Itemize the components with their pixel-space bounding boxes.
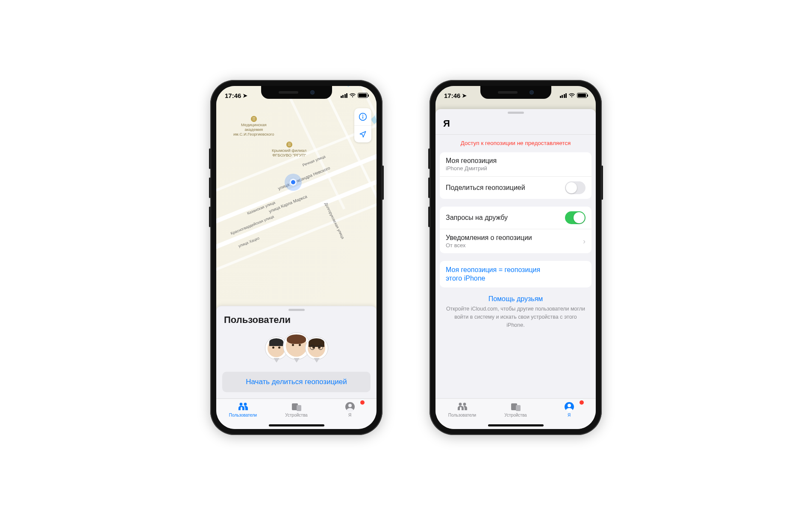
map-view[interactable]: ☰ Медицинская академия им.С.И.Георгиевск…: [216, 86, 377, 311]
sheet-grabber[interactable]: [288, 309, 305, 311]
start-sharing-button[interactable]: Начать делиться геопозицией: [222, 372, 371, 392]
status-time: 17:46: [444, 92, 460, 99]
tab-label: Я: [348, 413, 351, 417]
notch: [261, 86, 332, 99]
settings-group-requests: Запросы на дружбу Уведомления о геопозиц…: [440, 207, 591, 253]
poi-icon: ☰: [286, 142, 292, 148]
people-sheet[interactable]: Пользователи Начать делиться геопозицией: [216, 306, 377, 398]
map-locate-button[interactable]: [354, 125, 371, 142]
sheet-title: Пользователи: [216, 314, 377, 330]
home-indicator[interactable]: [269, 424, 324, 426]
settings-group-location: Моя геопозиция iPhone Дмитрий Поделиться…: [440, 152, 591, 199]
sheet-grabber[interactable]: [508, 112, 524, 114]
me-sheet[interactable]: Я Доступ к геопозиции не предоставляется…: [435, 109, 596, 398]
devices-icon: [489, 401, 542, 412]
sheet-title: Я: [435, 117, 596, 134]
location-arrow-icon: ➤: [243, 92, 247, 99]
phone-left: 17:46 ➤ ☰ Медицинская академия им.С.И.Ге…: [210, 80, 382, 435]
row-set-this-iphone[interactable]: Моя геопозиция = геопозиция этого iPhone: [440, 261, 591, 287]
person-icon: [542, 401, 596, 412]
friend-requests-toggle[interactable]: [565, 211, 585, 224]
svg-point-1: [362, 115, 363, 115]
map-controls: [354, 108, 371, 142]
current-location-dot[interactable]: [285, 174, 302, 191]
poi-icon: ☰: [251, 116, 257, 122]
tab-me[interactable]: Я: [542, 401, 596, 417]
svg-point-4: [244, 403, 247, 406]
tab-people[interactable]: Пользователи: [435, 401, 489, 417]
help-friends-desc: Откройте iCloud.com, чтобы другие пользо…: [446, 306, 585, 328]
settings-group-link: Моя геопозиция = геопозиция этого iPhone: [440, 261, 591, 287]
people-icon: [435, 401, 489, 412]
wifi-icon: [568, 93, 575, 98]
share-location-toggle[interactable]: [565, 181, 585, 194]
battery-icon: [358, 93, 368, 98]
help-friends-block: Помощь друзьям Откройте iCloud.com, чтоб…: [435, 295, 596, 329]
svg-point-14: [568, 404, 571, 407]
status-time: 17:46: [225, 92, 241, 99]
tab-devices[interactable]: Устройства: [270, 401, 323, 417]
notification-badge: [580, 400, 584, 405]
people-icon: [216, 401, 270, 412]
svg-point-8: [348, 404, 352, 407]
row-my-location[interactable]: Моя геопозиция iPhone Дмитрий: [440, 152, 591, 176]
tab-label: Пользователи: [448, 413, 476, 417]
row-title: Запросы на дружбу: [446, 214, 508, 222]
chevron-right-icon: ›: [583, 237, 585, 246]
location-warning: Доступ к геопозиции не предоставляется: [435, 138, 596, 152]
tab-label: Я: [568, 413, 571, 417]
notch: [480, 86, 551, 99]
tab-me[interactable]: Я: [323, 401, 377, 417]
location-arrow-icon: ➤: [462, 92, 467, 99]
screen-left: 17:46 ➤ ☰ Медицинская академия им.С.И.Ге…: [216, 86, 377, 429]
tab-people[interactable]: Пользователи: [216, 401, 270, 417]
row-title: Уведомления о геопозиции: [446, 234, 532, 242]
wifi-icon: [349, 93, 356, 98]
map-poi-rgup[interactable]: ☰ Крымский филиал ФГБОУВО "РГУП": [272, 142, 306, 158]
tab-label: Пользователи: [229, 413, 257, 417]
svg-point-10: [463, 403, 466, 406]
avatar-pin[interactable]: [305, 337, 328, 360]
svg-point-3: [239, 403, 242, 406]
svg-point-9: [459, 403, 462, 406]
tab-devices[interactable]: Устройства: [489, 401, 542, 417]
row-title: Поделиться геопозицией: [446, 184, 525, 192]
svg-rect-12: [516, 405, 521, 411]
tab-label: Устройства: [285, 413, 307, 417]
row-location-notifications[interactable]: Уведомления о геопозиции От всех ›: [440, 229, 591, 253]
notification-badge: [360, 400, 365, 405]
memoji-avatars: [216, 330, 377, 367]
devices-icon: [270, 401, 323, 412]
poi-label: Медицинская академия им.С.И.Георгиевског…: [233, 122, 274, 136]
svg-rect-2: [362, 116, 363, 119]
svg-rect-6: [297, 405, 301, 411]
home-indicator[interactable]: [488, 424, 544, 426]
battery-icon: [577, 93, 587, 98]
row-friend-requests: Запросы на дружбу: [440, 207, 591, 229]
map-info-button[interactable]: [354, 108, 371, 125]
row-subtitle: От всех: [446, 242, 532, 249]
cell-signal-icon: [560, 93, 567, 98]
help-friends-link[interactable]: Помощь друзьям: [446, 295, 585, 303]
cell-signal-icon: [341, 93, 348, 98]
row-title: Моя геопозиция: [446, 157, 497, 165]
phone-right: 17:46 ➤ Я Доступ к геопозиции не предост…: [430, 80, 602, 435]
person-icon: [323, 401, 377, 412]
row-share-location: Поделиться геопозицией: [440, 176, 591, 199]
row-title: Моя геопозиция = геопозиция этого iPhone: [446, 266, 557, 283]
row-subtitle: iPhone Дмитрий: [446, 165, 497, 172]
tab-label: Устройства: [504, 413, 527, 417]
poi-label: Крымский филиал ФГБОУВО "РГУП": [272, 148, 306, 157]
map-poi-medacademy[interactable]: ☰ Медицинская академия им.С.И.Георгиевск…: [233, 116, 274, 137]
screen-right: 17:46 ➤ Я Доступ к геопозиции не предост…: [435, 86, 596, 429]
